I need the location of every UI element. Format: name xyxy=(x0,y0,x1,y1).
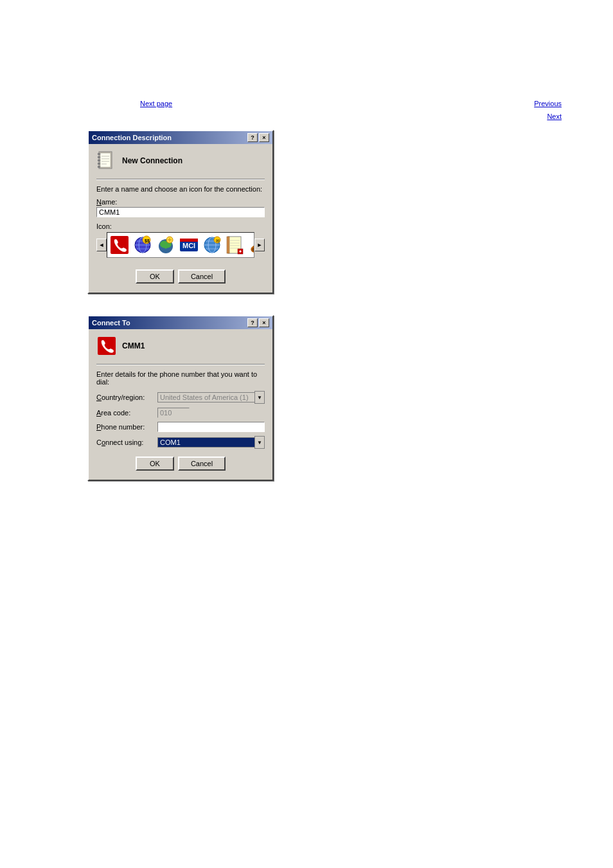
phone-red-header-icon xyxy=(96,336,117,356)
svg-rect-2 xyxy=(98,153,100,155)
connection-description-text: Enter a name and choose an icon for the … xyxy=(96,185,265,193)
connection-description-dialog: Connection Description ? × New xyxy=(87,130,274,294)
connection-description-body: New Connection Enter a name and choose a… xyxy=(89,144,272,293)
svg-rect-3 xyxy=(98,156,100,158)
name-underline: N xyxy=(96,198,102,206)
dialog-title-connection-label: Connection Description xyxy=(92,134,172,141)
icon-label: Icon: xyxy=(96,222,265,230)
com-arrow-btn[interactable]: ▼ xyxy=(254,436,265,449)
separator-1 xyxy=(96,179,265,180)
svg-rect-6 xyxy=(98,166,100,168)
name-input[interactable] xyxy=(96,207,265,217)
titlebar-buttons: ? × xyxy=(247,133,269,142)
country-underline: C xyxy=(96,393,102,401)
area-label: Area code: xyxy=(96,409,157,417)
dialog-titlebar-connection[interactable]: Connection Description ? × xyxy=(89,131,272,144)
corner-link-3[interactable]: Next xyxy=(547,113,562,120)
phone-row: Phone number: xyxy=(96,422,265,432)
country-arrow-btn[interactable]: ▼ xyxy=(254,391,265,404)
svg-rect-4 xyxy=(98,159,100,161)
com-select-wrap: ▼ xyxy=(157,436,265,449)
country-input[interactable] xyxy=(157,392,254,402)
ok-button-connectto[interactable]: OK xyxy=(136,457,174,471)
connection-header-row: New Connection xyxy=(96,150,265,171)
country-label: Country/region: xyxy=(96,393,157,401)
icon-strip-wrapper: ◄ $$ xyxy=(96,232,265,258)
connectto-header-text: CMM1 xyxy=(122,341,145,350)
svg-text:$$: $$ xyxy=(145,239,150,244)
corner-link-1[interactable]: Next page xyxy=(140,100,172,107)
connect-label: Connect using: xyxy=(96,439,157,446)
icon-notebook[interactable] xyxy=(225,235,245,255)
phone-book-icon xyxy=(96,150,117,171)
svg-text:✉: ✉ xyxy=(216,239,220,243)
phone-input[interactable] xyxy=(157,422,265,432)
country-row: Country/region: ▼ xyxy=(96,391,265,404)
dialog-title-connectto-label: Connect To xyxy=(92,319,130,327)
area-underline: A xyxy=(96,409,101,417)
cancel-button-connectto[interactable]: Cancel xyxy=(178,457,226,471)
close-button-connectto[interactable]: × xyxy=(259,318,269,327)
svg-rect-1 xyxy=(100,153,111,167)
area-row: Area code: xyxy=(96,408,265,418)
phone-label: Phone number: xyxy=(96,423,157,431)
cancel-button-connection[interactable]: Cancel xyxy=(178,269,226,284)
separator-2 xyxy=(96,364,265,365)
svg-rect-5 xyxy=(98,163,100,165)
svg-rect-23 xyxy=(180,239,198,242)
icon-globe[interactable]: $$ xyxy=(132,235,153,255)
close-button-connection[interactable]: × xyxy=(259,133,269,142)
country-select-wrap: ▼ xyxy=(157,391,265,404)
phone-underline: P xyxy=(96,423,101,431)
corner-link-2[interactable]: Previous xyxy=(534,100,562,107)
connect-to-dialog: Connect To ? × CMM1 Enter details for th… xyxy=(87,315,274,481)
titlebar-buttons-connectto: ? × xyxy=(247,318,269,327)
icon-scroll-left[interactable]: ◄ xyxy=(96,239,107,251)
help-button-connectto[interactable]: ? xyxy=(247,318,258,327)
ok-button-connection[interactable]: OK xyxy=(136,269,174,284)
connect-underline: o xyxy=(102,439,105,446)
icon-wrench[interactable] xyxy=(248,235,254,255)
icon-phone-red[interactable] xyxy=(109,235,130,255)
name-label: Name: xyxy=(96,198,265,206)
icon-scroll-right[interactable]: ► xyxy=(254,239,265,251)
svg-text:MCI: MCI xyxy=(182,242,195,249)
com-select-input[interactable] xyxy=(157,437,254,448)
dialog-titlebar-connectto[interactable]: Connect To ? × xyxy=(89,316,272,329)
connect-row: Connect using: ▼ xyxy=(96,436,265,449)
help-button-connection[interactable]: ? xyxy=(247,133,258,142)
icon-strip: $$ MCI xyxy=(107,232,254,258)
icon-earth[interactable] xyxy=(155,235,176,255)
connection-header-text: New Connection xyxy=(122,156,182,165)
connectto-description-text: Enter details for the phone number that … xyxy=(96,370,265,386)
svg-rect-32 xyxy=(227,237,229,253)
connectto-dialog-buttons: OK Cancel xyxy=(96,453,265,473)
connect-to-body: CMM1 Enter details for the phone number … xyxy=(89,329,272,480)
area-input[interactable] xyxy=(157,408,190,418)
connection-dialog-buttons: OK Cancel xyxy=(96,266,265,286)
connectto-header-row: CMM1 xyxy=(96,336,265,356)
icon-network[interactable]: ✉ xyxy=(202,235,222,255)
icon-mci[interactable]: MCI xyxy=(179,235,199,255)
